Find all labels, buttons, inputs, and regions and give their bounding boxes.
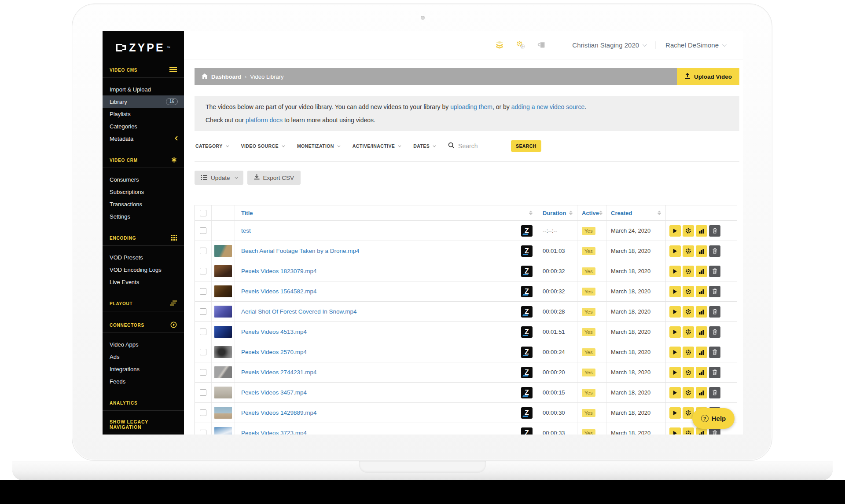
row-checkbox[interactable]: [200, 248, 206, 254]
sidebar-item-vod-presets[interactable]: VOD Presets: [103, 251, 184, 263]
zype-source-icon[interactable]: Z: [521, 266, 533, 277]
video-title-link[interactable]: Pexels Videos 2570.mp4: [241, 349, 307, 355]
row-checkbox[interactable]: [200, 288, 206, 295]
help-button[interactable]: ? Help: [692, 408, 735, 429]
analytics-button[interactable]: [696, 387, 707, 398]
analytics-button[interactable]: [696, 286, 707, 297]
sidebar-item-video-apps[interactable]: Video Apps: [103, 338, 184, 351]
video-thumbnail[interactable]: [214, 366, 232, 378]
video-thumbnail[interactable]: [214, 387, 232, 398]
zype-source-icon[interactable]: Z: [521, 245, 533, 257]
section-analytics[interactable]: ANALYTICS: [103, 397, 184, 409]
sidebar-item-transactions[interactable]: Transactions: [103, 198, 184, 210]
analytics-button[interactable]: [696, 306, 707, 318]
header-active-cell[interactable]: Active: [577, 205, 606, 220]
sidebar-item-metadata[interactable]: Metadata: [103, 132, 184, 145]
category-filter[interactable]: CATEGORY: [195, 143, 228, 149]
play-button[interactable]: [669, 387, 681, 398]
sidebar-item-playlists[interactable]: Playlists: [103, 108, 184, 120]
video-title-link[interactable]: test: [241, 227, 251, 234]
sidebar-item-vod-encoding-logs[interactable]: VOD Encoding Logs: [103, 263, 184, 276]
video-thumbnail[interactable]: [214, 326, 232, 338]
zype-source-icon[interactable]: Z: [521, 225, 533, 237]
zype-source-icon[interactable]: Z: [521, 286, 533, 297]
sort-icon[interactable]: [529, 211, 533, 215]
sidebar-item-import-upload[interactable]: Import & Upload: [103, 83, 184, 95]
section-playout[interactable]: PLAYOUT: [103, 298, 184, 309]
settings-button[interactable]: [683, 266, 694, 277]
delete-button[interactable]: [709, 387, 720, 398]
update-button[interactable]: Update: [195, 171, 243, 185]
analytics-button[interactable]: [696, 266, 707, 277]
video-thumbnail[interactable]: [214, 427, 232, 435]
video-title-link[interactable]: Pexels Videos 2744231.mp4: [241, 369, 317, 376]
play-button[interactable]: [669, 225, 681, 237]
active-inactive-filter[interactable]: ACTIVE/INACTIVE: [353, 143, 400, 149]
sort-icon[interactable]: [658, 211, 661, 215]
video-title-link[interactable]: Pexels Videos 3723.mp4: [241, 430, 307, 435]
settings-button[interactable]: [683, 427, 694, 435]
row-checkbox[interactable]: [200, 308, 206, 315]
export-csv-button[interactable]: Export CSV: [247, 171, 301, 185]
delete-button[interactable]: [709, 326, 720, 338]
video-title-link[interactable]: Pexels Videos 1564582.mp4: [241, 288, 317, 295]
analytics-button[interactable]: [696, 347, 707, 358]
settings-button[interactable]: [683, 306, 694, 318]
add-video-source-link[interactable]: adding a new video source: [511, 103, 585, 110]
zype-source-icon[interactable]: Z: [521, 367, 533, 378]
sidebar-item-feeds[interactable]: Feeds: [103, 375, 184, 387]
delete-button[interactable]: [709, 347, 720, 358]
header-title-cell[interactable]: Title: [235, 205, 538, 220]
video-thumbnail[interactable]: [214, 407, 232, 419]
settings-button[interactable]: [683, 387, 694, 398]
video-title-link[interactable]: Beach Aerial Footage Taken by a Drone.mp…: [241, 248, 359, 254]
delete-button[interactable]: [709, 306, 720, 318]
row-checkbox[interactable]: [200, 430, 206, 435]
delete-button[interactable]: [709, 266, 720, 277]
play-button[interactable]: [669, 245, 681, 257]
sidebar-item-consumers[interactable]: Consumers: [103, 173, 184, 186]
zype-source-icon[interactable]: Z: [521, 427, 533, 435]
play-button[interactable]: [669, 427, 681, 435]
video-thumbnail[interactable]: [214, 265, 232, 277]
sort-icon[interactable]: [569, 211, 573, 215]
analytics-button[interactable]: [696, 367, 707, 378]
row-checkbox[interactable]: [200, 409, 206, 416]
row-checkbox[interactable]: [200, 268, 206, 274]
sidebar-item-integrations[interactable]: Integrations: [103, 363, 184, 375]
video-thumbnail[interactable]: [214, 346, 232, 358]
home-icon[interactable]: [202, 73, 208, 80]
video-title-link[interactable]: Pexels Videos 1429889.mp4: [241, 409, 317, 416]
play-button[interactable]: [669, 286, 681, 297]
play-button[interactable]: [669, 367, 681, 378]
settings-button[interactable]: [683, 347, 694, 358]
delete-button[interactable]: [709, 245, 720, 257]
search-button[interactable]: SEARCH: [511, 140, 541, 152]
sidebar-item-subscriptions[interactable]: Subscriptions: [103, 186, 184, 198]
sort-icon[interactable]: [599, 211, 603, 215]
row-checkbox[interactable]: [200, 389, 206, 396]
sidebar-item-live-events[interactable]: Live Events: [103, 276, 184, 288]
zype-source-icon[interactable]: Z: [521, 306, 533, 318]
upload-video-button[interactable]: Upload Video: [677, 68, 739, 85]
platform-docs-link[interactable]: platform docs: [246, 117, 283, 124]
analytics-button[interactable]: [696, 245, 707, 257]
delete-button[interactable]: [709, 286, 720, 297]
zype-source-icon[interactable]: Z: [521, 407, 533, 419]
play-button[interactable]: [669, 326, 681, 338]
breadcrumb-dashboard[interactable]: Dashboard: [211, 73, 241, 80]
video-title-link[interactable]: Pexels Videos 3457.mp4: [241, 389, 307, 396]
play-button[interactable]: [669, 266, 681, 277]
settings-button[interactable]: [683, 245, 694, 257]
play-button[interactable]: [669, 306, 681, 318]
zype-logo[interactable]: ZYPE ™: [103, 31, 184, 64]
video-source-filter[interactable]: VIDEO SOURCE: [241, 143, 284, 149]
zype-source-icon[interactable]: Z: [521, 387, 533, 398]
sidebar-item-ads[interactable]: Ads: [103, 351, 184, 363]
row-checkbox[interactable]: [200, 369, 206, 376]
sidebar-item-categories[interactable]: Categories: [103, 120, 184, 132]
row-checkbox[interactable]: [200, 349, 206, 355]
row-checkbox[interactable]: [200, 227, 206, 234]
sidebar-item-settings[interactable]: Settings: [103, 210, 184, 223]
analytics-button[interactable]: [696, 225, 707, 237]
